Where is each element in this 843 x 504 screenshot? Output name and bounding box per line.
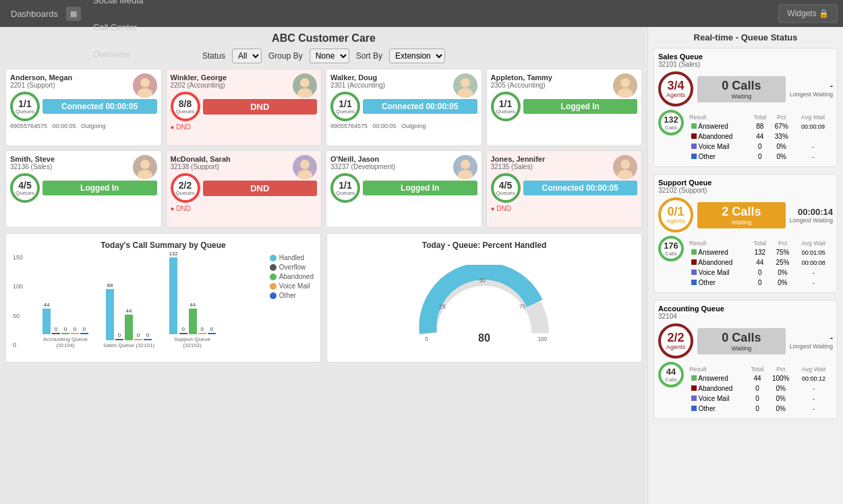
bar-value-label: 0 [83,326,86,332]
agent-status-badge: Logged In [363,181,477,195]
total-calls-label: Calls [665,251,677,257]
agent-card[interactable]: Walker, Doug 2301 (Accounting) 1/1 Queue… [326,69,482,146]
legend-item: Other [270,292,314,299]
agent-card[interactable]: McDonald, Sarah 32138 (Support) 2/2 Queu… [166,150,322,228]
widgets-button[interactable]: Widgets 🔒 [778,4,838,23]
total-calls-label: Calls [665,377,677,383]
svg-point-1 [140,78,150,88]
bar-item: 0 [208,247,216,334]
legend-label: Voice Mail [279,282,310,290]
dnd-indicator: ● DND [171,205,318,212]
agent-card[interactable]: Anderson, Megan 2201 (Support) 1/1 Queue… [5,69,162,146]
bar-rect [80,333,88,334]
calls-waiting-num: 0 Calls [703,331,780,345]
main-content: ABC Customer Care Status All Group By No… [0,27,843,504]
sort-by-select[interactable]: Extension [389,49,445,63]
bar-item: 44 [189,247,197,334]
bar-group-label: Sales Queue (32101) [103,342,154,348]
agent-card[interactable]: Winkler, George 2202 (Accounting) 8/8 Qu… [166,69,322,146]
queue-block: Support Queue 32102 (Support) 0/1 Agents… [653,174,838,293]
nav-grid-icon[interactable]: ▦ [66,7,81,21]
agent-card[interactable]: O'Neill, Jason 33237 (Development) 1/1 Q… [326,150,482,228]
longest-waiting-box: - Longest Waiting [790,333,833,350]
longest-wait-time: - [790,81,833,91]
total-calls-circle: 44 Calls [658,362,684,387]
calls-waiting-num: 0 Calls [703,79,780,93]
queue-label: Queues [496,108,515,115]
svg-point-19 [461,160,470,169]
queue-number: 4/5 [18,181,31,190]
top-nav: Dashboards ▦ DashboardSalesSocial MediaC… [0,0,843,27]
nav-tab-social-media[interactable]: Social Media [84,0,152,13]
queue-circle: 4/5 Queues [491,173,521,203]
calls-waiting-label: Waiting [703,345,780,352]
stat-dot [691,385,697,391]
stat-row: Voice Mail 0 0% - [689,394,832,403]
avatar [133,73,157,98]
longest-wait-time: 00:00:14 [790,207,833,217]
bar-rect [198,333,206,334]
group-by-select[interactable]: None [310,49,349,63]
total-calls-label: Calls [665,125,677,131]
bar-item: 44 [42,247,51,334]
queue-circle: 1/1 Queues [10,92,40,121]
stat-label: Other [699,153,716,160]
agents-num: 2/2 [667,332,684,344]
bar-value-label: 0 [210,326,213,332]
avatar [613,73,637,98]
queue-circle: 1/1 Queues [491,92,521,121]
longest-wait-label: Longest Waiting [790,91,833,98]
agent-card[interactable]: Appleton, Tammy 2305 (Accounting) 1/1 Qu… [486,69,643,146]
stat-header: Result Total Pct Avg Wait [689,240,832,247]
agent-footer: 99055764575 00:00:05 Outgoing [10,123,157,129]
stat-row: Voice Mail 0 0% - [689,268,832,277]
calls-waiting-label: Waiting [703,219,780,226]
bar-value-label: 132 [169,251,177,257]
right-panel: Real-time - Queue Status Sales Queue 321… [647,27,843,504]
agent-card[interactable]: Jones, Jennifer 32135 (Sales) 4/5 Queues… [486,150,643,228]
stat-dot [691,123,697,129]
bar-rect [134,339,142,340]
gauge-container: 0 25 50 75 100 80 [334,254,635,355]
agent-card[interactable]: Smith, Steve 32136 (Sales) 4/5 Queues Lo… [5,150,162,228]
stat-dot [691,406,697,411]
legend-dot [270,292,277,299]
agent-call-time: 00:00:05 [426,102,458,111]
agent-grid: Anderson, Megan 2201 (Support) 1/1 Queue… [5,69,642,228]
queue-circle: 2/2 Queues [171,173,200,203]
bar-item: 0 [115,253,123,340]
nav-right: Widgets 🔒 [778,4,838,23]
stat-dot [691,396,697,401]
legend-label: Overflow [279,263,306,271]
stat-dot [691,249,697,255]
bar-value-label: 0 [201,326,204,332]
stat-label: Answered [698,375,728,382]
total-calls-num: 176 [664,241,678,251]
dnd-indicator: ● DND [491,205,638,212]
nav-brand: Dashboards [5,9,63,19]
stat-dot [691,259,697,265]
left-panel: ABC Customer Care Status All Group By No… [0,27,647,504]
status-select[interactable]: All [232,49,262,63]
stat-body: Answered 44 100% 00:00:12 Abandoned 0 0%… [689,374,832,413]
stat-label: Abandoned [698,385,732,392]
bar-item: 0 [52,247,60,334]
calls-waiting-box: 0 Calls Waiting [697,76,786,102]
svg-point-22 [620,160,630,169]
agent-status-row: 1/1 Queues Logged In [330,173,477,203]
calls-waiting-box: 0 Calls Waiting [697,328,786,354]
total-calls-num: 44 [666,367,676,377]
queue-id: 32102 (Support) [658,187,833,194]
stat-row: Abandoned 44 25% 00:00:08 [689,258,832,267]
stat-table: Result Total Pct Avg Wait Answered 44 10… [688,365,833,414]
rp-title: Real-time - Queue Status [653,32,838,42]
legend-item: Handled [270,254,314,261]
legend-item: Voice Mail [270,282,314,290]
stat-label: Other [699,279,716,286]
calls-waiting-num: 2 Calls [703,205,780,219]
bar-value-label: 0 [137,332,140,338]
longest-wait-label: Longest Waiting [790,217,833,224]
charts-row: Today's Call Summary by Queue 150 100 50… [5,233,642,363]
svg-text:0: 0 [425,336,428,342]
bar-group-label: Support Queue (32102) [165,336,219,348]
